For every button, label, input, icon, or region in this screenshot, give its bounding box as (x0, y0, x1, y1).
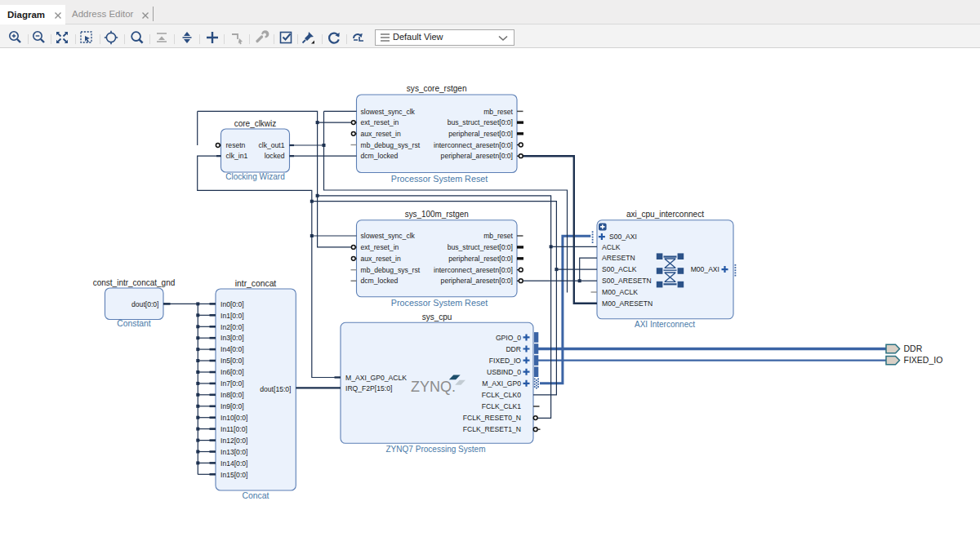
svg-text:peripheral_reset[0:0]: peripheral_reset[0:0] (448, 130, 513, 138)
svg-text:In13[0:0]: In13[0:0] (220, 448, 247, 456)
svg-text:Processor System Reset: Processor System Reset (391, 174, 488, 184)
svg-text:In4[0:0]: In4[0:0] (220, 345, 244, 353)
svg-text:ARESETN: ARESETN (602, 254, 635, 262)
svg-text:bus_struct_reset[0:0]: bus_struct_reset[0:0] (448, 118, 513, 126)
svg-text:M_AXI_GP0_ACLK: M_AXI_GP0_ACLK (345, 374, 407, 382)
svg-text:DDR: DDR (904, 344, 923, 353)
svg-text:peripheral_aresetn[0:0]: peripheral_aresetn[0:0] (441, 152, 513, 160)
svg-text:axi_cpu_interconnect: axi_cpu_interconnect (626, 209, 704, 219)
svg-text:In3[0:0]: In3[0:0] (220, 334, 244, 342)
svg-text:ext_reset_in: ext_reset_in (361, 118, 399, 126)
svg-text:ACLK: ACLK (602, 243, 621, 251)
svg-text:sys_100m_rstgen: sys_100m_rstgen (405, 209, 469, 219)
svg-text:slowest_sync_clk: slowest_sync_clk (361, 232, 416, 240)
svg-text:sys_core_rstgen: sys_core_rstgen (407, 83, 467, 93)
svg-text:Constant: Constant (117, 318, 151, 328)
svg-text:ext_reset_in: ext_reset_in (361, 243, 399, 251)
svg-text:core_clkwiz: core_clkwiz (234, 118, 277, 128)
svg-text:mb_debug_sys_rst: mb_debug_sys_rst (361, 266, 421, 274)
svg-text:interconnect_aresetn[0:0]: interconnect_aresetn[0:0] (434, 266, 513, 274)
svg-text:In11[0:0]: In11[0:0] (220, 425, 247, 433)
svg-text:M00_ARESETN: M00_ARESETN (602, 299, 653, 308)
svg-text:AXI Interconnect: AXI Interconnect (635, 319, 695, 329)
svg-text:clk_in1: clk_in1 (226, 152, 248, 160)
svg-text:FIXED_IO: FIXED_IO (489, 357, 521, 365)
svg-text:M00_AXI: M00_AXI (691, 265, 719, 273)
svg-text:IRQ_F2P[15:0]: IRQ_F2P[15:0] (345, 384, 392, 392)
svg-text:FCLK_CLK0: FCLK_CLK0 (482, 391, 521, 399)
svg-text:const_intr_concat_gnd: const_intr_concat_gnd (93, 277, 176, 287)
svg-text:aux_reset_in: aux_reset_in (361, 130, 401, 138)
svg-text:peripheral_aresetn[0:0]: peripheral_aresetn[0:0] (441, 277, 513, 285)
svg-text:locked: locked (265, 152, 285, 160)
svg-text:clk_out1: clk_out1 (258, 141, 284, 149)
svg-text:dout[15:0]: dout[15:0] (260, 385, 291, 393)
svg-text:FIXED_IO: FIXED_IO (904, 355, 943, 365)
svg-text:intr_concat: intr_concat (235, 278, 277, 288)
svg-text:In12[0:0]: In12[0:0] (220, 437, 247, 445)
svg-text:Concat: Concat (243, 490, 270, 500)
svg-text:ZYNQ.: ZYNQ. (411, 378, 456, 395)
svg-text:ZYNQ7 Processing System: ZYNQ7 Processing System (386, 444, 486, 454)
svg-text:M_AXI_GP0: M_AXI_GP0 (482, 379, 521, 388)
svg-text:mb_reset: mb_reset (483, 108, 513, 116)
svg-text:M00_ACLK: M00_ACLK (602, 288, 638, 296)
svg-text:Clocking Wizard: Clocking Wizard (225, 171, 285, 181)
svg-text:aux_reset_in: aux_reset_in (361, 255, 401, 263)
svg-text:FCLK_RESET1_N: FCLK_RESET1_N (463, 425, 521, 433)
svg-text:mb_reset: mb_reset (483, 232, 513, 240)
svg-text:In14[0:0]: In14[0:0] (220, 459, 247, 468)
svg-text:In5[0:0]: In5[0:0] (220, 357, 244, 365)
svg-text:peripheral_reset[0:0]: peripheral_reset[0:0] (448, 255, 513, 263)
svg-text:resetn: resetn (226, 141, 246, 149)
svg-text:dcm_locked: dcm_locked (361, 277, 399, 285)
svg-text:mb_debug_sys_rst: mb_debug_sys_rst (361, 141, 421, 149)
svg-text:In8[0:0]: In8[0:0] (220, 391, 244, 399)
svg-text:In15[0:0]: In15[0:0] (220, 471, 247, 479)
svg-text:S00_ACLK: S00_ACLK (602, 265, 637, 273)
svg-text:Processor System Reset: Processor System Reset (391, 298, 488, 308)
svg-text:FCLK_RESET0_N: FCLK_RESET0_N (463, 414, 521, 422)
svg-text:GPIO_0: GPIO_0 (496, 334, 521, 342)
svg-text:In6[0:0]: In6[0:0] (220, 368, 244, 376)
svg-text:In0[0:0]: In0[0:0] (220, 300, 244, 308)
svg-text:In2[0:0]: In2[0:0] (220, 323, 244, 331)
svg-text:In1[0:0]: In1[0:0] (220, 312, 244, 320)
svg-text:USBIND_0: USBIND_0 (487, 368, 521, 376)
svg-text:interconnect_aresetn[0:0]: interconnect_aresetn[0:0] (434, 141, 513, 149)
svg-text:bus_struct_reset[0:0]: bus_struct_reset[0:0] (448, 243, 513, 251)
svg-text:sys_cpu: sys_cpu (422, 312, 452, 321)
svg-text:dcm_locked: dcm_locked (361, 152, 399, 160)
svg-text:In9[0:0]: In9[0:0] (220, 402, 244, 410)
svg-text:S00_AXI: S00_AXI (609, 233, 637, 241)
svg-text:In7[0:0]: In7[0:0] (220, 379, 244, 388)
svg-text:slowest_sync_clk: slowest_sync_clk (361, 108, 416, 116)
svg-text:In10[0:0]: In10[0:0] (220, 414, 247, 422)
svg-text:dout[0:0]: dout[0:0] (131, 300, 158, 308)
svg-text:S00_ARESETN: S00_ARESETN (602, 277, 652, 285)
svg-text:FCLK_CLK1: FCLK_CLK1 (482, 402, 521, 410)
svg-text:DDR: DDR (506, 345, 521, 353)
